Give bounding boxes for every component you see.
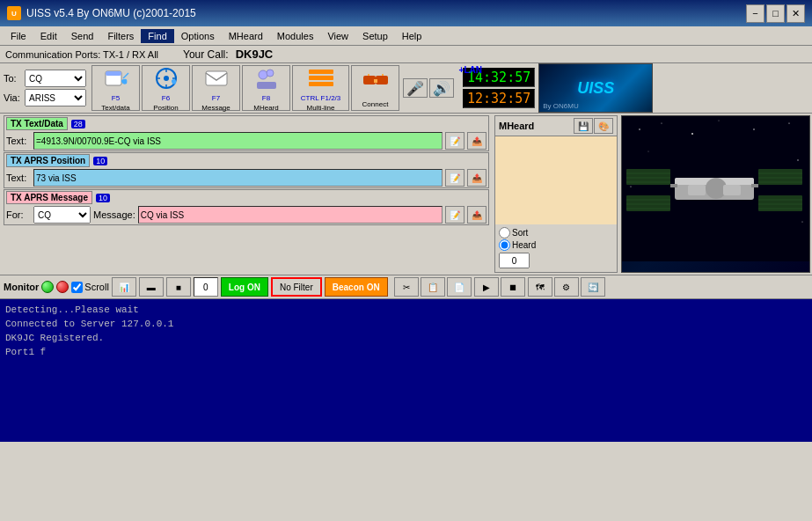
play-btn[interactable]: ▶ — [474, 277, 499, 297]
tx-text-badge: 28 — [71, 120, 85, 128]
svg-rect-46 — [688, 185, 706, 195]
map-btn[interactable]: 🗺 — [528, 277, 552, 297]
toolbar-f8-button[interactable]: F8 MHeard — [242, 65, 290, 111]
svg-rect-1 — [106, 71, 121, 76]
menu-setup[interactable]: Setup — [355, 29, 395, 43]
svg-point-23 — [631, 187, 632, 187]
svg-point-20 — [788, 122, 789, 123]
menu-help[interactable]: Help — [395, 29, 429, 43]
tx-aprs-msg-edit-btn[interactable]: 📝 — [445, 206, 465, 224]
led-red — [56, 281, 69, 293]
toolbar-f5-button[interactable]: F5 Text/data — [91, 65, 140, 111]
svg-point-22 — [797, 159, 798, 160]
refresh-btn[interactable]: 🔄 — [581, 277, 605, 297]
scroll-label: Scroll — [84, 282, 109, 292]
mheard-save-btn[interactable]: 💾 — [574, 118, 593, 134]
multiline-label: CTRL F1/2/3 — [301, 94, 341, 102]
tx-aprs-msg-for-select[interactable]: CQ — [33, 206, 91, 224]
monitor-count: 0 — [194, 277, 218, 297]
sort-radio-label: Sort — [512, 228, 528, 238]
via-select[interactable]: ARISS — [25, 89, 86, 106]
call-value: DK9JC — [236, 48, 274, 61]
minimize-button[interactable]: − — [746, 4, 764, 23]
config-btn[interactable]: ⚙ — [554, 277, 579, 297]
scroll-checkbox[interactable] — [71, 282, 83, 293]
tx-text-label: TX Text/Data — [6, 117, 68, 130]
svg-rect-44 — [751, 184, 758, 187]
menu-mheard[interactable]: MHeard — [222, 29, 270, 43]
log-on-button[interactable]: Log ON — [221, 277, 268, 297]
tx-aprs-msg-input[interactable] — [138, 206, 443, 224]
menu-send[interactable]: Send — [64, 29, 101, 43]
tx-aprs-pos-text-label: Text: — [6, 172, 31, 183]
console-line-3: DK9JC Registered. — [5, 331, 807, 345]
tx-text-send-btn[interactable]: 📤 — [467, 132, 486, 150]
beacon-on-button[interactable]: Beacon ON — [325, 277, 388, 297]
menu-options[interactable]: Options — [174, 29, 222, 43]
maximize-button[interactable]: □ — [766, 4, 785, 23]
svg-rect-43 — [670, 184, 677, 187]
mheard-panel: MHeard 💾 🎨 Sort Heard 0 — [494, 115, 618, 273]
toolbar-connect-button[interactable]: Connect — [351, 65, 399, 111]
f5-sublabel: Text/data — [101, 104, 129, 112]
heard-radio[interactable] — [499, 239, 510, 251]
tx-text-field-label: Text: — [6, 136, 31, 146]
svg-rect-39 — [758, 195, 802, 211]
mheard-color-btn[interactable]: 🎨 — [594, 118, 613, 134]
menu-modules[interactable]: Modules — [270, 29, 321, 43]
svg-point-15 — [639, 128, 640, 130]
tx-aprs-msg-label: TX APRS Message — [6, 191, 92, 204]
menu-find[interactable]: Find — [141, 29, 173, 43]
tx-text-edit-btn[interactable]: 📝 — [445, 132, 465, 150]
tx-aprs-pos-send-btn[interactable]: 📤 — [467, 169, 486, 187]
to-select[interactable]: CQ — [25, 70, 86, 87]
tx-aprs-pos-section: TX APRS Position 10 Text: 📝 📤 — [4, 152, 489, 188]
menu-filters[interactable]: Filters — [100, 29, 141, 43]
tx-aprs-msg-send-btn[interactable]: 📤 — [467, 206, 486, 224]
graph-btn[interactable]: 📊 — [112, 277, 136, 297]
f8-label: F8 — [262, 94, 270, 102]
window-title: UISS v5.4 By ON6MU (c)2001-2015 — [26, 7, 196, 19]
toolbar-multiline-button[interactable]: CTRL F1/2/3 Multi-line — [292, 65, 349, 111]
svg-point-19 — [753, 128, 755, 130]
close-button[interactable]: ✕ — [786, 4, 805, 23]
multiline-sublabel: Multi-line — [306, 104, 334, 112]
svg-rect-8 — [309, 70, 333, 74]
sort-radio[interactable] — [499, 227, 510, 238]
console-line-1: Detecting...Please wait — [5, 303, 807, 317]
toolbar-f7-button[interactable]: F7 Message — [192, 65, 240, 111]
toolbar-f6-button[interactable]: F6 Position — [142, 65, 190, 111]
f7-sublabel: Message — [201, 104, 230, 112]
lan-label: +LAN — [459, 65, 482, 75]
iss-image-area — [621, 115, 810, 273]
mic-button[interactable]: 🎤 — [403, 78, 428, 98]
via-field-label: Via: — [4, 92, 23, 103]
bar-btn[interactable]: ▬ — [139, 277, 164, 297]
menu-view[interactable]: View — [320, 29, 355, 43]
svg-point-24 — [801, 221, 802, 222]
mheard-list — [495, 136, 617, 224]
cut-btn[interactable]: ✂ — [394, 277, 419, 297]
menu-file[interactable]: File — [4, 29, 33, 43]
menu-edit[interactable]: Edit — [33, 29, 64, 43]
paste-btn[interactable]: 📄 — [447, 277, 472, 297]
tx-aprs-pos-input[interactable] — [33, 169, 443, 187]
mheard-count-input[interactable]: 0 — [499, 253, 530, 268]
f8-sublabel: MHeard — [253, 104, 278, 112]
info-bar: Communication Ports: TX-1 / RX All Your … — [0, 46, 812, 63]
stop-btn[interactable]: ⏹ — [501, 277, 525, 297]
title-bar: U UISS v5.4 By ON6MU (c)2001-2015 − □ ✕ — [0, 0, 812, 26]
tx-text-input[interactable] — [33, 132, 443, 150]
svg-rect-11 — [363, 76, 376, 84]
console-area: Detecting...Please wait Connected to Ser… — [0, 299, 812, 442]
led-green — [41, 281, 54, 293]
tx-aprs-pos-edit-btn[interactable]: 📝 — [445, 169, 465, 187]
svg-rect-7 — [257, 82, 276, 89]
svg-rect-4 — [206, 71, 227, 85]
no-filter-button[interactable]: No Filter — [271, 277, 322, 297]
call-label: Your Call: — [183, 48, 229, 61]
copy-btn[interactable]: 📋 — [421, 277, 445, 297]
square-btn[interactable]: ■ — [166, 277, 191, 297]
connect-sublabel: Connect — [362, 100, 389, 108]
speaker-button[interactable]: 🔊 — [429, 78, 454, 98]
